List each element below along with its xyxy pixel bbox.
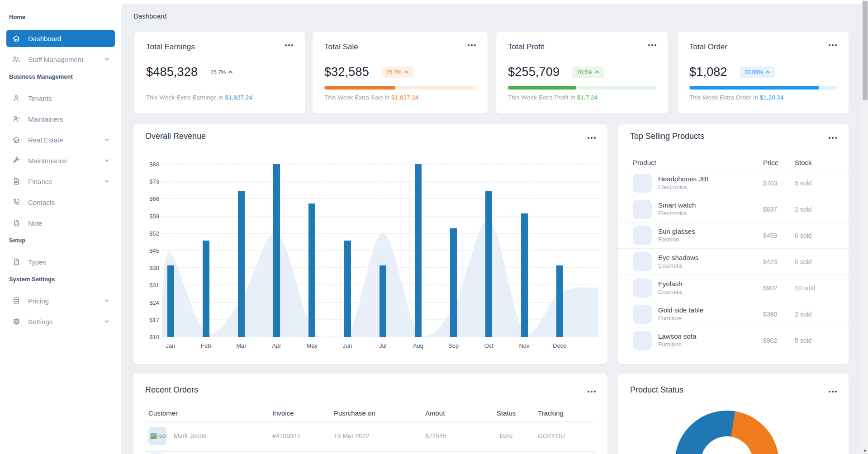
scrollbar-thumb[interactable] (863, 1, 868, 100)
sidebar-item-pricing[interactable]: Pricing (6, 292, 115, 309)
x-axis-tick: May (299, 342, 326, 349)
order-purchase-date: 15 Mar 2022 (334, 432, 425, 440)
product-thumbnail (633, 174, 652, 193)
product-status-card: Product Status (618, 374, 849, 454)
product-name: Eyelash (658, 280, 683, 288)
top-selling-products-title: Top Selling Products (630, 132, 704, 141)
y-axis-tick: $73 (133, 178, 159, 185)
document-icon (12, 177, 21, 186)
recent-orders-title: Recent Orders (145, 385, 198, 395)
sidebar-item-label: Maintenance (28, 157, 103, 165)
users-icon (12, 55, 21, 64)
customer-name: Mark Jecon (174, 432, 206, 440)
stat-card-total-profit: Total Profit$255,70920.5%This Week Extra… (496, 32, 668, 114)
product-price: $390 (763, 311, 795, 318)
vertical-scrollbar[interactable]: ▼ (862, 0, 868, 454)
y-axis-tick: $24 (133, 299, 159, 306)
chevron-up-icon (404, 70, 409, 74)
product-stock: 10 sold (795, 284, 838, 292)
percent-change-badge: 30.00% (740, 66, 775, 78)
sidebar-item-real-estate[interactable]: Real Estate (6, 131, 115, 148)
x-axis-tick: Sep (440, 342, 467, 349)
sidebar-item-label: Real Estate (28, 136, 103, 144)
order-amount: $72545 (425, 432, 474, 440)
sidebar-item-maintainers[interactable]: Maintainers (6, 110, 115, 128)
wrench-icon (12, 156, 21, 165)
column-header-invoice: Invoice (272, 409, 334, 417)
stat-card-title: Total Sale (324, 43, 358, 52)
product-row-headphones-jbl: Headphones JBL Electronics $703 5 sold (618, 170, 849, 196)
sidebar: HomeDashboardStaff ManagementBusiness Ma… (0, 0, 121, 454)
sidebar-item-dashboard[interactable]: Dashboard (6, 30, 115, 47)
order-row: rece Mark Jecon #4789347 15 Mar 2022 $72… (133, 422, 607, 450)
more-options-button[interactable] (827, 135, 839, 141)
sidebar-item-staff-management[interactable]: Staff Management (6, 51, 115, 68)
product-stock: 6 sold (795, 232, 838, 239)
sidebar-item-label: Tenants (28, 95, 110, 102)
sidebar-item-label: Contacts (28, 199, 110, 206)
bar-mar (238, 191, 245, 337)
bar-jul (379, 265, 386, 337)
column-header-tracking: Tracking (538, 409, 596, 417)
bar-oct (485, 191, 492, 337)
stat-card-total-earnings: Total Earnings$485,32825.7%This Week Ext… (134, 32, 305, 114)
product-price: $423 (763, 258, 795, 265)
y-axis-tick: $52 (133, 230, 159, 236)
y-axis-tick: $80 (133, 161, 159, 168)
sidebar-item-note[interactable]: Note (6, 214, 115, 232)
more-options-button[interactable] (466, 43, 478, 48)
chevron-down-icon (103, 56, 110, 63)
home-icon (12, 135, 21, 144)
breadcrumb: Dashboard (133, 12, 166, 20)
scrollbar-down-arrow-icon[interactable]: ▼ (862, 449, 868, 453)
chevron-up-icon (594, 70, 599, 74)
column-header-pusrchase-on: Pusrchase on (334, 409, 425, 417)
recent-orders-card: Recent Orders CustomerInvoicePusrchase o… (133, 374, 607, 454)
x-axis-tick: Apr (263, 342, 290, 349)
sidebar-item-finance[interactable]: Finance (6, 173, 115, 190)
x-axis-tick: Jul (369, 342, 396, 349)
stat-card-value: $255,709 (508, 65, 560, 79)
sidebar-item-contacts[interactable]: Contacts (6, 194, 115, 211)
chevron-up-icon (765, 70, 770, 74)
bar-aug (415, 164, 422, 337)
sidebar-item-label: Finance (28, 178, 103, 185)
sidebar-item-tenants[interactable]: Tenants (6, 90, 115, 107)
more-options-button[interactable] (586, 389, 598, 394)
column-header-stock: Stock (795, 159, 838, 166)
sidebar-item-maintenance[interactable]: Maintenance (6, 152, 115, 169)
stat-card-value: $1,082 (689, 65, 727, 79)
more-options-button[interactable] (827, 43, 839, 48)
stat-card-value: $485,328 (146, 65, 198, 79)
order-tracking: GO4YOU (538, 432, 596, 440)
person-check-icon (12, 114, 21, 123)
product-price: $703 (763, 180, 795, 187)
y-axis-tick: $17 (133, 316, 159, 323)
more-options-button[interactable] (646, 43, 658, 48)
more-options-button[interactable] (283, 43, 295, 48)
percent-change-badge: 25.7% (382, 66, 413, 78)
x-axis-tick: Oct (475, 342, 503, 349)
sidebar-item-label: Maintainers (28, 115, 110, 123)
product-status-title: Product Status (630, 385, 683, 395)
stat-card-total-sale: Total Sale$32,58525.7%This Week Extra Sa… (313, 32, 488, 114)
sidebar-item-settings[interactable]: Settings (6, 313, 115, 330)
overall-revenue-card: Overall Revenue $80$73$66$59$52$45$38$31… (133, 124, 607, 364)
product-name: Eye shadows (658, 254, 698, 262)
y-axis-tick: $10 (133, 334, 159, 340)
x-axis-tick: Aug (404, 342, 432, 349)
stat-card-footer: This Week Extra Sale In $1,827.24 (324, 94, 418, 101)
product-name: Lawson sofa (658, 332, 696, 340)
product-thumbnail (633, 305, 652, 324)
sidebar-item-types[interactable]: Types (6, 253, 115, 270)
progress-bar (324, 86, 476, 90)
product-category: Electronics (658, 209, 696, 217)
product-row-lawson-sofa: Lawson sofa Furniture $902 5 sold (618, 327, 849, 353)
document-icon (12, 218, 21, 227)
product-stock: 5 sold (795, 258, 838, 265)
divider (145, 451, 596, 452)
chevron-down-icon (103, 157, 110, 164)
percent-change: 25.7% (210, 69, 233, 76)
product-row-sun-glasses: Sun glasses Fashion $459 6 sold (618, 222, 849, 248)
more-options-button[interactable] (827, 389, 839, 394)
